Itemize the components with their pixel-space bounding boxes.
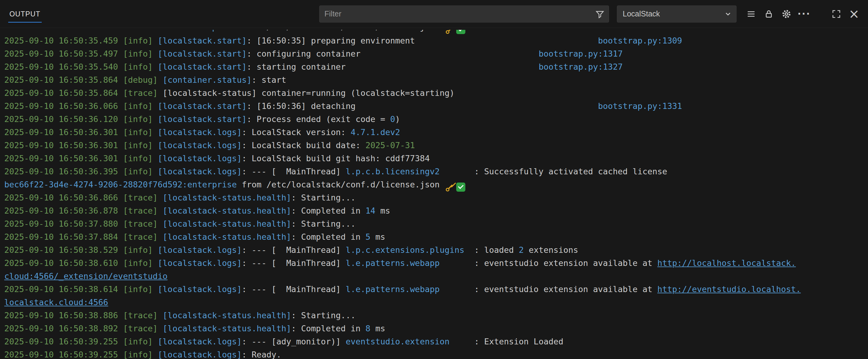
log-text: 2025-09-10 16:50:35.864 bbox=[4, 75, 123, 85]
log-line: 2025-09-10 16:50:39.255 [info] [localsta… bbox=[4, 335, 868, 348]
key-emoji-icon: 🔑 bbox=[442, 30, 456, 34]
log-text: l.e.patterns.webapp bbox=[346, 285, 440, 294]
log-text: 2025-09-10 16:50:38.610 bbox=[4, 258, 123, 268]
log-text: bec66f22-3d4e-4274-9206-28820f76d592:ent… bbox=[4, 180, 237, 189]
log-text: --- [ MainThread] bbox=[252, 167, 346, 176]
log-text: [localstack-status.health] bbox=[162, 232, 291, 241]
log-text: [info] bbox=[123, 154, 158, 163]
log-text: 2025-09-10 16:50:36.066 bbox=[4, 101, 123, 111]
log-line: 2025-09-10 16:50:36.301 [info] [localsta… bbox=[4, 152, 868, 165]
log-text: 5 bbox=[366, 232, 370, 241]
funnel-icon bbox=[595, 9, 604, 20]
log-text: 2025-09-10 16:50:37.880 bbox=[4, 219, 123, 228]
log-text: : bbox=[247, 49, 257, 58]
log-text: starting container bbox=[256, 62, 346, 71]
log-text: 2025-09-10 16:50:36.878 bbox=[4, 206, 123, 216]
close-panel-button[interactable]: × bbox=[847, 7, 861, 21]
log-text: 2025-07-31 bbox=[366, 140, 415, 150]
log-text: : Completed in bbox=[291, 232, 366, 241]
log-text bbox=[415, 36, 598, 45]
log-text: ) bbox=[395, 115, 400, 124]
scroll-lock-button[interactable] bbox=[762, 7, 776, 21]
file-link[interactable]: bootstrap.py:1309 bbox=[598, 36, 682, 45]
log-text: [info] bbox=[123, 167, 158, 176]
log-text bbox=[346, 62, 539, 71]
log-text: : Starting... bbox=[291, 311, 355, 320]
log-text: 8 bbox=[366, 324, 370, 333]
settings-button[interactable] bbox=[779, 7, 794, 21]
clear-output-button[interactable] bbox=[744, 7, 758, 21]
log-text: : bbox=[247, 36, 257, 45]
log-text: [info] bbox=[123, 115, 158, 124]
log-text: : Successfully activated cached license bbox=[440, 167, 668, 176]
log-text bbox=[355, 101, 598, 111]
log-text: [localstack.start] bbox=[158, 62, 247, 71]
log-text: bec66f22-3d4e-4274-9206-28820f76d592:ent… bbox=[4, 30, 237, 32]
log-text: [localstack.logs] bbox=[158, 258, 242, 268]
log-text: 2025-09-10 16:50:39.255 bbox=[4, 337, 123, 346]
log-text: ms bbox=[370, 232, 385, 241]
log-text: : Completed in bbox=[291, 324, 366, 333]
log-text: [localstack.logs] bbox=[158, 285, 242, 294]
log-text: [localstack.start] bbox=[158, 36, 247, 45]
url-link[interactable]: http://eventstudio.localhost. bbox=[657, 285, 801, 294]
log-text: : bbox=[242, 128, 252, 137]
log-text: 2 bbox=[519, 245, 524, 255]
log-text: [localstack-status.health] bbox=[162, 193, 291, 202]
log-text: [trace] bbox=[123, 88, 162, 98]
log-text: 2025-09-10 16:50:38.892 bbox=[4, 324, 123, 333]
log-text: [localstack.logs] bbox=[158, 245, 242, 255]
maximize-panel-button[interactable] bbox=[829, 7, 844, 21]
filter-input[interactable] bbox=[319, 6, 609, 22]
log-text: 4.7.1.dev2 bbox=[351, 128, 400, 137]
log-text: [localstack-status.health] bbox=[162, 324, 291, 333]
more-actions-button[interactable]: ··· bbox=[797, 7, 811, 21]
log-text: [16:50:36] detaching bbox=[256, 101, 355, 111]
log-line: 2025-09-10 16:50:36.301 [info] [localsta… bbox=[4, 139, 868, 152]
url-link[interactable]: http://localhost.localstack. bbox=[657, 258, 796, 268]
log-text: : Starting... bbox=[291, 193, 355, 202]
log-line: 2025-09-10 16:50:38.529 [info] [localsta… bbox=[4, 243, 868, 257]
log-text: : bbox=[242, 154, 252, 163]
file-link[interactable]: bootstrap.py:1327 bbox=[539, 62, 623, 71]
log-text: LocalStack build git hash: cddf77384 bbox=[252, 154, 430, 163]
log-text: [localstack.logs] bbox=[158, 128, 242, 137]
log-text: [debug] bbox=[123, 75, 162, 85]
output-channel-select[interactable]: LocalStack bbox=[617, 5, 737, 23]
log-output[interactable]: bec66f22-3d4e-4274-9206-28820f76d592:ent… bbox=[0, 28, 868, 359]
file-link[interactable]: bootstrap.py:1331 bbox=[598, 101, 682, 111]
url-link[interactable]: cloud:4566/_extension/eventstudio bbox=[4, 271, 167, 281]
channel-select-value: LocalStack bbox=[623, 9, 660, 18]
log-text: : bbox=[242, 285, 252, 294]
log-text: : bbox=[242, 245, 252, 255]
log-text: [trace] bbox=[123, 324, 162, 333]
log-text: [info] bbox=[123, 258, 158, 268]
log-text: [trace] bbox=[123, 311, 162, 320]
log-line: 2025-09-10 16:50:37.884 [trace] [localst… bbox=[4, 230, 868, 243]
file-link[interactable]: bootstrap.py:1317 bbox=[539, 49, 623, 58]
log-text: 2025-09-10 16:50:36.120 bbox=[4, 115, 123, 124]
log-text: 14 bbox=[366, 206, 376, 216]
log-text: [container.status] bbox=[162, 75, 252, 85]
log-text: [localstack.logs] bbox=[158, 337, 242, 346]
log-text: --- [ady_monitor)] bbox=[252, 337, 346, 346]
log-text: 2025-09-10 16:50:38.529 bbox=[4, 245, 123, 255]
log-line: 2025-09-10 16:50:35.497 [info] [localsta… bbox=[4, 47, 868, 60]
log-text: [localstack.start] bbox=[158, 101, 247, 111]
log-line: 2025-09-10 16:50:35.459 [info] [localsta… bbox=[4, 34, 868, 47]
log-text: from /etc/localstack/conf.d/license.json bbox=[237, 30, 445, 32]
filter-box bbox=[319, 5, 609, 23]
log-text: 2025-09-10 16:50:36.301 bbox=[4, 140, 123, 150]
log-text: 2025-09-10 16:50:36.301 bbox=[4, 128, 123, 137]
url-link[interactable]: localstack.cloud:4566 bbox=[4, 298, 108, 307]
gear-icon bbox=[781, 9, 791, 19]
log-line: 2025-09-10 16:50:37.880 [trace] [localst… bbox=[4, 217, 868, 230]
log-text: [localstack-status.health] bbox=[162, 219, 291, 228]
log-text: 2025-09-10 16:50:39.255 bbox=[4, 350, 123, 359]
log-text: eventstudio.extension bbox=[346, 337, 450, 346]
log-text: [info] bbox=[123, 36, 158, 45]
tab-output[interactable]: OUTPUT bbox=[8, 10, 42, 23]
three-lines-icon bbox=[747, 9, 756, 19]
log-text: [localstack-status] container=running (l… bbox=[162, 88, 455, 98]
log-line: 2025-09-10 16:50:39.255 [info] [localsta… bbox=[4, 348, 868, 359]
